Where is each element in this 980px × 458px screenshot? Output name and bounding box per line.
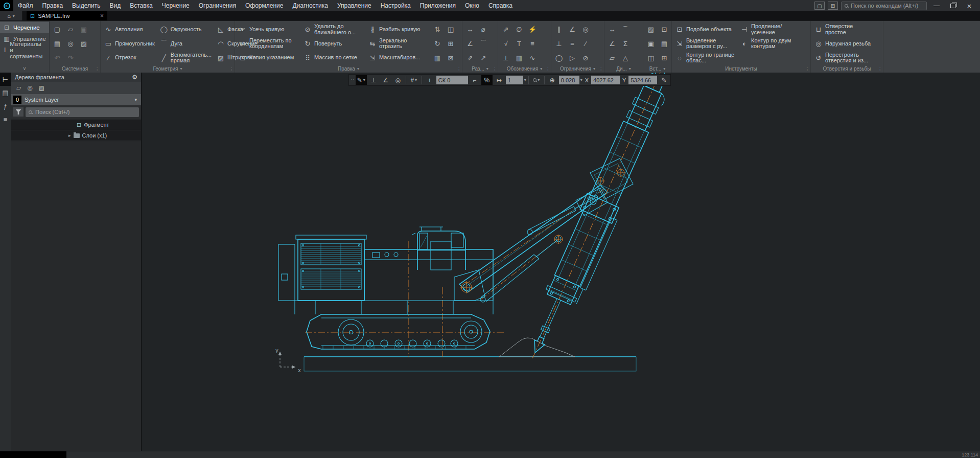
- document-tab[interactable]: ⊡ SAMPLE.frw ×: [27, 11, 107, 20]
- cs-icon-button[interactable]: +: [424, 75, 435, 85]
- x-coordinate-input[interactable]: 4027.62: [591, 76, 620, 84]
- measure-distance[interactable]: ↔: [605, 22, 619, 37]
- undo[interactable]: ↶: [51, 51, 64, 65]
- close-button[interactable]: ×: [963, 2, 976, 10]
- measure-node[interactable]: △: [619, 51, 632, 65]
- snaps-button[interactable]: ✎ ▾: [356, 75, 367, 85]
- zoom-value-input[interactable]: 0.028: [559, 76, 579, 84]
- group-edit-label[interactable]: Правка ▾ ⋮: [235, 65, 462, 73]
- shapes-filter[interactable]: ◎: [27, 84, 32, 91]
- restore-button[interactable]: [950, 4, 955, 8]
- minimize-button[interactable]: —: [930, 2, 943, 9]
- group-holes-label[interactable]: Отверстия и резьбы ⋮: [811, 65, 883, 73]
- measure-mass[interactable]: Σ: [619, 37, 632, 51]
- roughness[interactable]: √: [499, 37, 512, 51]
- fix[interactable]: ▷: [566, 51, 579, 65]
- leader-dimension[interactable]: ↗: [477, 51, 490, 65]
- menu-window[interactable]: Окно: [460, 0, 484, 11]
- zoom-icon-button[interactable]: ⊕: [547, 75, 558, 85]
- rotate[interactable]: ↻Повернуть: [301, 37, 366, 51]
- axial-line[interactable]: ≡: [526, 37, 539, 51]
- step-icon-button[interactable]: ↦: [494, 75, 505, 85]
- contour-by-area[interactable]: ◌Контур по границе облас...: [673, 51, 738, 65]
- parallel[interactable]: ∥: [552, 22, 566, 37]
- collinear[interactable]: ∕: [579, 37, 592, 51]
- external-thread[interactable]: ◎Наружная резьба: [812, 37, 877, 51]
- insert-image[interactable]: ▨: [644, 22, 658, 37]
- rotate-copy[interactable]: ↻: [431, 37, 444, 51]
- snap-point-toggle[interactable]: ◎: [392, 75, 404, 85]
- group-dimensions-label[interactable]: Раз... ▾ ⋮: [462, 65, 498, 73]
- layer-selector[interactable]: 0 System Layer ▾: [11, 94, 141, 105]
- text[interactable]: T: [512, 37, 526, 51]
- angle-constraint[interactable]: ∠: [566, 22, 579, 37]
- home-button[interactable]: ⌂ ▾: [0, 11, 22, 20]
- group-tools-label[interactable]: Инструменты ⋮: [672, 65, 810, 73]
- diameter-dimension[interactable]: ⌀: [477, 22, 490, 37]
- drawing-canvas[interactable]: .cy { stroke:#38c2e5; fill:none; stroke-…: [142, 73, 980, 451]
- cursor-step-input[interactable]: 1: [506, 76, 523, 84]
- insert-table[interactable]: ⊞: [658, 51, 671, 65]
- print-preview[interactable]: ◎: [64, 37, 77, 51]
- move-copy[interactable]: ⇅: [431, 22, 444, 37]
- leader-line[interactable]: ⇗: [499, 22, 512, 37]
- menu-view[interactable]: Вид: [105, 0, 125, 11]
- corner-mode-button[interactable]: ⌐: [469, 75, 480, 85]
- rebuild-holes[interactable]: ↺Перестроить отверстия и из...: [812, 51, 877, 65]
- print[interactable]: ▤: [51, 37, 64, 51]
- expander-icon[interactable]: ▸: [68, 133, 71, 138]
- angular-dimension[interactable]: ∠: [463, 37, 477, 51]
- pick-style-button[interactable]: ✎: [658, 75, 669, 85]
- menu-constraints[interactable]: Ограничения: [194, 0, 241, 11]
- command-search-input[interactable]: Поиск по командам (Alt+/): [841, 2, 927, 10]
- insert-view[interactable]: ◫: [644, 51, 658, 65]
- ribbon-collapse-icon[interactable]: ∨: [0, 65, 49, 73]
- menu-drawing[interactable]: Черчение: [157, 0, 194, 11]
- delete-to-nearest[interactable]: ⊘Удалить до ближайшего о...: [301, 22, 366, 37]
- scale[interactable]: ⇲Масштабиров...: [366, 51, 431, 65]
- mode-drawing[interactable]: ⊡ Черчение: [0, 22, 49, 33]
- menu-help[interactable]: Справка: [484, 0, 517, 11]
- menu-settings[interactable]: Настройка: [376, 0, 415, 11]
- move-by-coordinates[interactable]: ⇄Переместить по координатам: [236, 37, 301, 51]
- tab-close-icon[interactable]: ×: [100, 12, 104, 19]
- group-constraints-label[interactable]: Ограничения ▾ ⋮: [551, 65, 604, 73]
- auto-dimension[interactable]: ⇗: [463, 51, 477, 65]
- mirror[interactable]: ⇆Зеркально отразить: [366, 37, 431, 51]
- menu-insert[interactable]: Вставка: [125, 0, 157, 11]
- wavy-line[interactable]: ∿: [526, 51, 539, 65]
- diameter-sign[interactable]: ∅: [512, 22, 526, 37]
- mirror-copy[interactable]: ◫: [444, 22, 457, 37]
- group-diagnostics-label[interactable]: Ди... ▾: [604, 65, 643, 73]
- perpendicular[interactable]: ⊥: [552, 37, 566, 51]
- rectangle[interactable]: ▭Прямоугольник: [102, 37, 157, 51]
- interface-layout-icon[interactable]: ▢: [814, 2, 825, 10]
- menu-applications[interactable]: Приложения: [415, 0, 460, 11]
- tangent[interactable]: ◯: [552, 51, 566, 65]
- linear-dimension[interactable]: ↔: [463, 22, 477, 37]
- auxiliary-line[interactable]: ╱Вспомогатель... прямая: [157, 51, 214, 65]
- group-geometry-label[interactable]: Геометрия ▾ ⋮: [101, 65, 235, 73]
- save-as[interactable]: ▨: [77, 37, 90, 51]
- group-system-label[interactable]: Системная ⋮: [50, 65, 100, 73]
- trim-curve[interactable]: ✂Усечь кривую: [236, 22, 301, 37]
- arc[interactable]: ⌒Дуга: [157, 37, 214, 51]
- measure-angle[interactable]: ∠: [605, 37, 619, 51]
- snap-angle-toggle[interactable]: ∠: [380, 75, 391, 85]
- screen-mode-icon[interactable]: ⊞: [828, 2, 838, 10]
- menu-select[interactable]: Выделить: [67, 0, 105, 11]
- simple-hole[interactable]: ⊔Отверстие простое: [812, 22, 877, 37]
- equal[interactable]: =: [566, 37, 579, 51]
- rounding-toggle[interactable]: %: [481, 75, 493, 85]
- panel-properties[interactable]: ▤: [0, 86, 11, 99]
- array-extra[interactable]: ▦: [431, 51, 444, 65]
- y-coordinate-input[interactable]: 5324.66: [628, 76, 657, 84]
- insert-fragment[interactable]: ▣: [644, 37, 658, 51]
- menu-file[interactable]: Файл: [13, 0, 38, 11]
- deform[interactable]: ⊞: [444, 37, 457, 51]
- insert-local-frame[interactable]: ⊡: [658, 22, 671, 37]
- new-document[interactable]: ▢: [51, 22, 64, 37]
- collapsed-parameters-panel[interactable]: [0, 451, 66, 458]
- radial-dimension[interactable]: ⌒: [477, 37, 490, 51]
- save-document[interactable]: ▣: [77, 22, 90, 37]
